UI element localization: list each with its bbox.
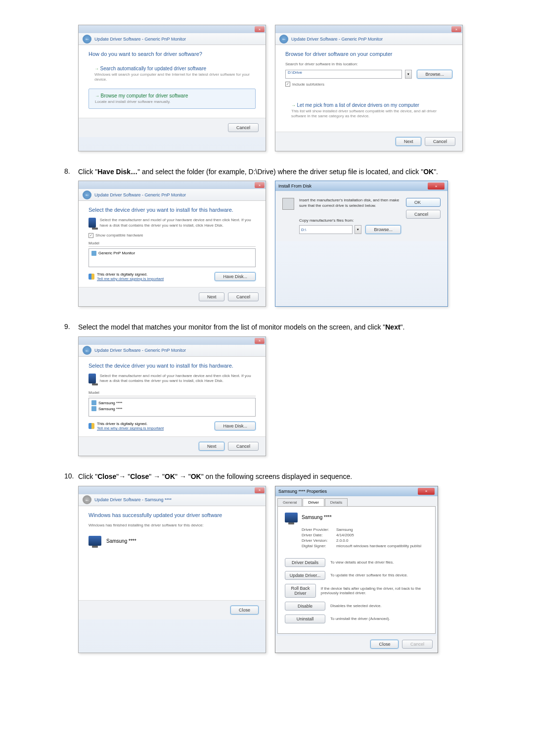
wizard-title: Update Driver Software - Generic PnP Mon… [94, 348, 186, 353]
wizard-title: Update Driver Software - Samsung **** [94, 497, 172, 502]
shield-icon [89, 274, 94, 280]
dialog-title: Install From Disk [278, 184, 312, 189]
device-name: Samsung **** [302, 515, 332, 520]
rollback-driver-button[interactable]: Roll Back Driver [285, 584, 316, 598]
wizard-title: Update Driver Software - Generic PnP Mon… [291, 37, 383, 42]
close-icon[interactable]: × [255, 487, 265, 493]
step-text: Click "Close"→ "Close" → "OK" → "OK" on … [78, 472, 470, 482]
close-icon[interactable]: × [255, 26, 265, 32]
option-search-auto[interactable]: → Search automatically for updated drive… [89, 62, 256, 86]
close-icon[interactable]: × [451, 26, 461, 32]
driver-details-button[interactable]: Driver Details [285, 558, 325, 567]
checkbox-label: Include subfolders [292, 82, 324, 87]
signing-link[interactable]: Tell me why driver signing is important [97, 426, 164, 430]
titlebar: Samsung **** Properties × [275, 486, 438, 496]
list-item[interactable]: Samsung **** [91, 406, 253, 412]
label-version: Driver Version: [302, 538, 336, 543]
driver-info-grid: Driver Provider:Samsung Driver Date:4/14… [302, 527, 428, 548]
back-icon[interactable]: ← [83, 190, 91, 199]
tabstrip: General Driver Details [275, 496, 438, 506]
wizard-heading: Browse for driver software on your compu… [285, 51, 452, 57]
model-listbox[interactable]: Generic PnP Monitor [89, 248, 256, 267]
label-date: Driver Date: [302, 533, 336, 537]
disable-button[interactable]: Disable [285, 602, 325, 611]
uninstall-button[interactable]: Uninstall [285, 614, 325, 623]
titlebar: × [79, 181, 266, 189]
checkbox-label: Show compatible hardware [95, 233, 143, 237]
cancel-button[interactable]: Cancel [425, 137, 455, 146]
close-icon[interactable]: × [255, 182, 265, 188]
dropdown-icon[interactable]: ▾ [355, 225, 361, 234]
signing-link[interactable]: Tell me why driver signing is important [97, 277, 164, 281]
path-input[interactable]: D:\ [299, 225, 353, 234]
update-driver-wizard-selectmodel: × ← Update Driver Software - Generic PnP… [78, 336, 266, 457]
tab-details[interactable]: Details [325, 498, 348, 506]
wizard-heading: Select the device driver you want to ins… [89, 207, 256, 213]
cancel-button[interactable]: Cancel [228, 123, 259, 132]
browse-button[interactable]: Browse... [365, 225, 401, 234]
button-desc: Disables the selected device. [330, 604, 382, 608]
titlebar: × [79, 486, 266, 494]
option-desc: This list will show installed driver sof… [291, 109, 446, 118]
instruction-text: Select the manufacturer and model of you… [100, 374, 256, 384]
update-driver-wizard-selectdriver: × ← Update Driver Software - Generic PnP… [78, 181, 266, 307]
dropdown-icon[interactable]: ▾ [405, 70, 412, 79]
close-button[interactable]: Close [370, 640, 399, 649]
step-number: 8. [64, 167, 78, 177]
cancel-button: Cancel [402, 640, 433, 649]
shield-icon [89, 423, 94, 429]
titlebar: × [79, 337, 266, 345]
include-subfolders-checkbox[interactable]: ✓ [285, 82, 290, 87]
path-input[interactable]: D:\Drive [285, 70, 402, 79]
next-button[interactable]: Next [199, 292, 225, 301]
close-button[interactable]: Close [230, 606, 259, 614]
have-disk-button[interactable]: Have Disk... [215, 422, 256, 430]
breadcrumb-bar: ← Update Driver Software - Generic PnP M… [79, 33, 266, 45]
option-browse-manual[interactable]: → Browse my computer for driver software… [89, 89, 256, 109]
model-listbox[interactable]: Samsung **** Samsung **** [89, 398, 256, 417]
update-driver-button[interactable]: Update Driver... [285, 571, 325, 580]
step-number: 10. [64, 472, 78, 482]
breadcrumb-bar: ← Update Driver Software - Generic PnP M… [79, 345, 266, 357]
cancel-button[interactable]: Cancel [228, 292, 259, 301]
close-icon[interactable]: × [255, 338, 265, 344]
ok-button[interactable]: OK [406, 198, 441, 207]
back-icon[interactable]: ← [279, 35, 288, 44]
monitor-icon [89, 536, 101, 546]
floppy-icon [282, 198, 294, 210]
list-item[interactable]: Samsung **** [91, 400, 253, 406]
device-properties-dialog: Samsung **** Properties × General Driver… [275, 486, 438, 653]
list-item[interactable]: Generic PnP Monitor [91, 250, 253, 256]
device-icon [91, 406, 96, 411]
cancel-button[interactable]: Cancel [406, 210, 441, 219]
compat-checkbox[interactable]: ✓ [89, 233, 93, 238]
breadcrumb-bar: ← Update Driver Software - Generic PnP M… [79, 189, 266, 201]
cancel-button[interactable]: Cancel [228, 442, 259, 451]
have-disk-button[interactable]: Have Disk... [215, 272, 256, 281]
back-icon[interactable]: ← [83, 346, 91, 355]
monitor-icon [285, 513, 298, 522]
close-icon[interactable]: × [428, 183, 445, 189]
next-button[interactable]: Next [396, 137, 422, 146]
value-signer: microsoft windows hardware compatibility… [336, 544, 421, 548]
button-desc: If the device fails after updating the d… [321, 586, 428, 595]
update-driver-wizard-success: × ← Update Driver Software - Samsung ***… [78, 486, 266, 653]
option-pick-from-list[interactable]: → Let me pick from a list of device driv… [285, 98, 452, 122]
next-button[interactable]: Next [199, 442, 225, 451]
tab-driver[interactable]: Driver [303, 498, 324, 506]
tab-general[interactable]: General [277, 498, 302, 506]
back-icon[interactable]: ← [83, 35, 91, 44]
option-desc: Locate and install driver software manua… [95, 99, 249, 104]
option-desc: Windows will search your computer and th… [94, 72, 250, 82]
instruction-text: Select the manufacturer and model of you… [100, 218, 256, 228]
wizard-heading: How do you want to search for driver sof… [89, 51, 256, 57]
button-desc: To view details about the driver files. [330, 560, 394, 565]
back-icon: ← [83, 495, 91, 504]
wizard-title: Update Driver Software - Generic PnP Mon… [94, 192, 186, 197]
browse-button[interactable]: Browse... [417, 70, 452, 79]
titlebar: × [79, 25, 266, 33]
model-column-header: Model [89, 241, 256, 247]
option-title: Browse my computer for driver software [101, 93, 188, 98]
close-icon[interactable]: × [418, 488, 435, 495]
breadcrumb-bar: ← Update Driver Software - Generic PnP M… [275, 33, 462, 45]
